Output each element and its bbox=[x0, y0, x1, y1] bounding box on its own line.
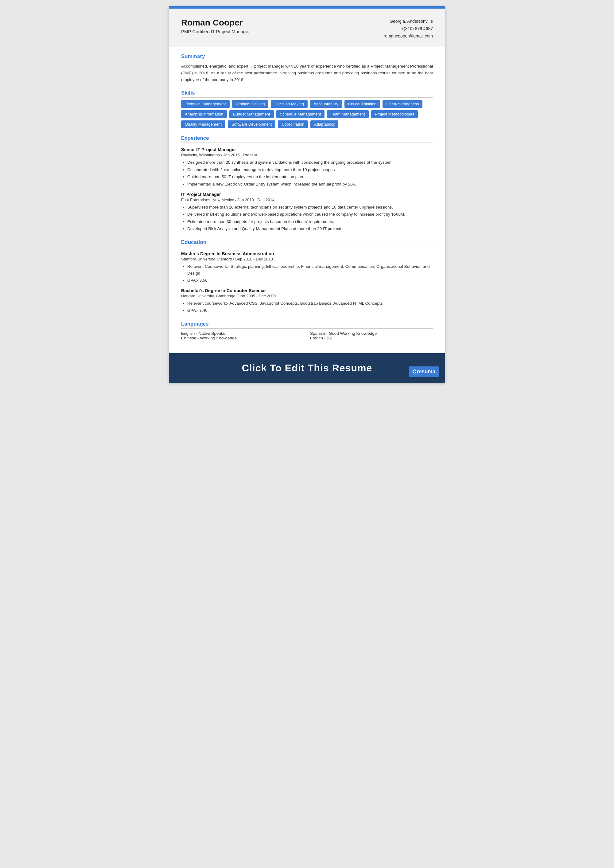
edu-degree: Bachelor's Degree In Computer Science bbox=[181, 288, 433, 293]
language-item: French - B2 bbox=[310, 336, 433, 340]
skill-tag: Analyzing Information bbox=[181, 110, 227, 118]
phone: +(310) 879 4687 bbox=[384, 25, 433, 33]
experience-container: Senior IT Project ManagerPaylocity, Wash… bbox=[181, 147, 433, 232]
lang-col-2: Spanish - Good Working KnowledgeFrench -… bbox=[310, 331, 433, 340]
top-bar bbox=[169, 6, 445, 9]
education-section: Education Master's Degree In Business Ad… bbox=[181, 239, 433, 314]
skill-tag: Project Methodologies bbox=[371, 110, 418, 118]
logo-cr: Cr bbox=[412, 368, 419, 375]
main-content: Summary Accomplished, energetic, and exp… bbox=[169, 47, 445, 353]
bullet-item: Guided more than 50 IT employees on the … bbox=[187, 174, 433, 180]
edu-bullet-item: GPA:- 3.56 bbox=[187, 277, 433, 284]
footer-logo: Cresuma bbox=[409, 366, 439, 377]
skill-tag: Adaptability bbox=[310, 120, 338, 128]
footer-cta[interactable]: Click To Edit This Resume bbox=[242, 362, 372, 374]
skill-tag: Problem Solving bbox=[232, 100, 268, 108]
skill-tag: Accountability bbox=[310, 100, 342, 108]
logo-esuma: esuma bbox=[419, 369, 435, 375]
email: romancooper@gmail.com bbox=[384, 33, 433, 40]
summary-title: Summary bbox=[181, 53, 433, 61]
skill-tag: Decision Making bbox=[271, 100, 307, 108]
edu-bullet-item: Relavent Coursework:- Strategic planning… bbox=[187, 263, 433, 276]
job-title: IT Project Manager bbox=[181, 192, 433, 197]
skill-tag: Open-mindedness bbox=[383, 100, 422, 108]
header-left: Roman Cooper PMP Certified IT Project Ma… bbox=[181, 18, 250, 34]
bullet-item: Supervised more than 20 external technic… bbox=[187, 204, 433, 211]
language-item: English - Native Speaker bbox=[181, 331, 304, 336]
education-container: Master's Degree In Business Administrati… bbox=[181, 251, 433, 314]
edu-bullet-item: GPA:- 3.40 bbox=[187, 307, 433, 314]
skill-tag: Critical Thinking bbox=[344, 100, 380, 108]
resume-page: Roman Cooper PMP Certified IT Project Ma… bbox=[169, 6, 445, 383]
header-right: Georgia, Andersonville +(310) 879 4687 r… bbox=[384, 18, 433, 40]
bullet-item: Collaborated with 2 executive managers t… bbox=[187, 166, 433, 173]
skill-tag: Budget Management bbox=[229, 110, 274, 118]
skill-tag: Schedule Management bbox=[276, 110, 325, 118]
experience-section: Experience Senior IT Project ManagerPayl… bbox=[181, 135, 433, 232]
edu-bullets: Relevant coursework:- Advanced CSS, Java… bbox=[181, 300, 433, 314]
languages-title: Languages bbox=[181, 321, 433, 329]
bullet-item: Developed Risk Analysis and Quality Mana… bbox=[187, 225, 433, 232]
summary-section: Summary Accomplished, energetic, and exp… bbox=[181, 53, 433, 83]
bullet-item: Implemented a new Electronic Order Entry… bbox=[187, 181, 433, 188]
location: Georgia, Andersonville bbox=[384, 18, 433, 25]
job-bullets: Supervised more than 20 external technic… bbox=[181, 204, 433, 232]
bullet-item: Delivered marketing solutions and two we… bbox=[187, 211, 433, 218]
edu-bullet-item: Relevant coursework:- Advanced CSS, Java… bbox=[187, 300, 433, 307]
language-item: Spanish - Good Working Knowledge bbox=[310, 331, 433, 336]
footer-bar[interactable]: Click To Edit This Resume Cresuma bbox=[169, 353, 445, 383]
edu-degree: Master's Degree In Business Administrati… bbox=[181, 251, 433, 256]
candidate-title: PMP Certified IT Project Manager bbox=[181, 29, 250, 34]
language-item: Chinese - Working Knowledge bbox=[181, 336, 304, 340]
skill-tag: Technical Management bbox=[181, 100, 229, 108]
edu-bullets: Relavent Coursework:- Strategic planning… bbox=[181, 263, 433, 284]
skills-container: Technical ManagementProblem SolvingDecis… bbox=[181, 100, 433, 128]
skills-section: Skills Technical ManagementProblem Solvi… bbox=[181, 90, 433, 128]
skill-tag: Team Management bbox=[327, 110, 368, 118]
experience-title: Experience bbox=[181, 135, 433, 143]
edu-meta: Harvard University, Cambridge / Jan 2005… bbox=[181, 293, 433, 298]
education-title: Education bbox=[181, 239, 433, 247]
job-meta: Paylocity, Washington / Jan 2015 - Prese… bbox=[181, 153, 433, 157]
summary-text: Accomplished, energetic, and expert IT p… bbox=[181, 63, 433, 83]
candidate-name: Roman Cooper bbox=[181, 18, 250, 28]
bullet-item: Designed more than 20 synthesis and syst… bbox=[187, 159, 433, 166]
languages-grid: English - Native SpeakerChinese - Workin… bbox=[181, 331, 433, 340]
header: Roman Cooper PMP Certified IT Project Ma… bbox=[169, 9, 445, 47]
skill-tag: Coordination bbox=[278, 120, 308, 128]
lang-col-1: English - Native SpeakerChinese - Workin… bbox=[181, 331, 304, 340]
edu-meta: Stanford University, Stanford / Sep 2010… bbox=[181, 257, 433, 261]
job-title: Senior IT Project Manager bbox=[181, 147, 433, 152]
skill-tag: Software Development bbox=[228, 120, 276, 128]
job-meta: Fast Enterprises, New Mexico / Jan 2010 … bbox=[181, 197, 433, 202]
languages-section: Languages English - Native SpeakerChines… bbox=[181, 321, 433, 340]
skill-tag: Quality Management bbox=[181, 120, 225, 128]
bullet-item: Estimated more than 30 budgets for proje… bbox=[187, 218, 433, 225]
job-bullets: Designed more than 20 synthesis and syst… bbox=[181, 159, 433, 187]
skills-title: Skills bbox=[181, 90, 433, 98]
